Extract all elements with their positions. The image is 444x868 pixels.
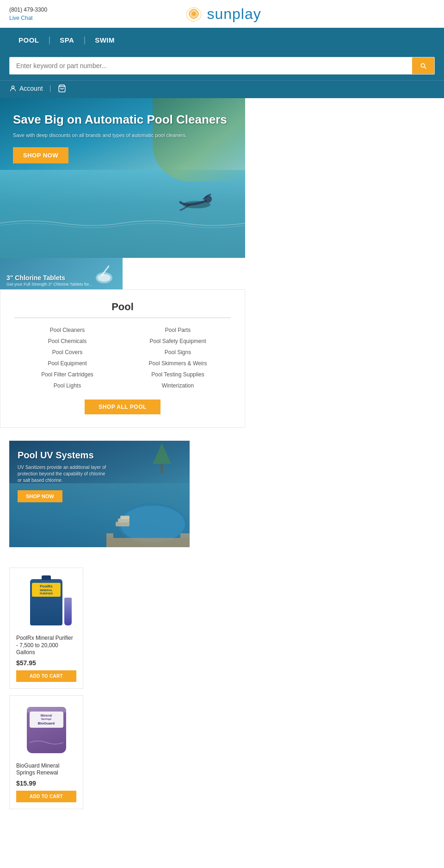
- svg-point-2: [192, 12, 195, 15]
- search-bar: [0, 52, 444, 80]
- search-input-wrap: [9, 57, 435, 75]
- swimmer-icon: [176, 191, 217, 212]
- chlorine-mini-banner[interactable]: 3" Chlorine Tablets Get your Full Streng…: [0, 258, 123, 289]
- search-icon: [419, 62, 427, 69]
- pool-link-skimmers[interactable]: Pool Skimmers & Weirs: [125, 359, 231, 368]
- pool-link-lights[interactable]: Pool Lights: [14, 381, 120, 390]
- live-chat-link[interactable]: Live Chat: [9, 14, 47, 22]
- svg-point-8: [98, 274, 111, 281]
- bottle-cap: [42, 575, 51, 580]
- cart-link[interactable]: [58, 84, 66, 93]
- product-name-bioguard: BioGuard Mineral Springs Renewal: [16, 762, 76, 777]
- bag-waves: [30, 737, 63, 749]
- pool-section-heading: Pool: [14, 301, 231, 313]
- poolrx-test-tube: [64, 598, 72, 625]
- account-nav-divider: |: [49, 84, 51, 93]
- account-link[interactable]: Account: [9, 85, 43, 92]
- add-to-cart-poolrx[interactable]: ADD TO CART: [16, 670, 76, 682]
- pool-svg: [106, 482, 190, 547]
- pool-link-testing[interactable]: Pool Testing Supplies: [125, 370, 231, 379]
- product-card-poolrx: PoolRx MINERAL PURIFIER PoolRx Mineral P…: [9, 568, 83, 689]
- logo[interactable]: sunplay: [184, 4, 261, 24]
- account-bar: Account |: [0, 80, 444, 98]
- poolrx-illustration: PoolRx MINERAL PURIFIER: [30, 579, 62, 625]
- svg-rect-15: [106, 538, 190, 547]
- svg-marker-18: [153, 443, 171, 464]
- pool-category-section: Pool Pool Cleaners Pool Parts Pool Chemi…: [0, 289, 245, 428]
- svg-rect-17: [180, 533, 190, 538]
- uv-landscape: [148, 441, 176, 478]
- chlorine-mini-content: 3" Chlorine Tablets Get your Full Streng…: [6, 274, 92, 287]
- uv-banner: Pool UV Systems UV Sanitizers provide an…: [9, 441, 190, 547]
- pool-link-signs[interactable]: Pool Signs: [125, 348, 231, 357]
- hero-banner: Save Big on Automatic Pool Cleaners Save…: [0, 98, 245, 258]
- search-button[interactable]: [412, 57, 434, 74]
- chlorine-illustration: [90, 262, 118, 287]
- product-card-bioguard: Mineral Springs BioGuard BioGuard Minera…: [9, 695, 83, 809]
- pool-links-grid: Pool Cleaners Pool Parts Pool Chemicals …: [14, 325, 231, 390]
- chlorine-svg: [90, 262, 118, 287]
- nav-swim[interactable]: SWIM: [86, 28, 124, 52]
- pool-link-parts[interactable]: Pool Parts: [125, 325, 231, 335]
- hero-content: Save Big on Automatic Pool Cleaners Save…: [13, 112, 240, 163]
- products-section: PoolRx MINERAL PURIFIER PoolRx Mineral P…: [0, 560, 444, 823]
- top-bar: (801) 479-3300 Live Chat sunplay: [0, 0, 444, 28]
- bag-waves-svg: [30, 737, 63, 749]
- hero-subtitle: Save with deep discounts on all brands a…: [13, 132, 240, 139]
- uv-subtitle: UV Sanitizers provide an additional laye…: [18, 464, 110, 484]
- uv-banner-section: Pool UV Systems UV Sanitizers provide an…: [0, 428, 444, 560]
- contact-info: (801) 479-3300 Live Chat: [9, 6, 47, 22]
- pool-link-covers[interactable]: Pool Covers: [14, 348, 120, 357]
- svg-rect-16: [106, 533, 113, 538]
- pool-link-winterization[interactable]: Winterization: [125, 381, 231, 390]
- nav-pool[interactable]: POOL: [9, 28, 49, 52]
- pool-water-bg: [0, 170, 245, 258]
- section-divider: [14, 318, 231, 318]
- account-label: Account: [19, 85, 43, 92]
- nav-spa[interactable]: SPA: [50, 28, 83, 52]
- product-price-poolrx: $57.95: [16, 659, 76, 667]
- pool-link-safety[interactable]: Pool Safety Equipment: [125, 337, 231, 346]
- uv-content: Pool UV Systems UV Sanitizers provide an…: [18, 450, 110, 502]
- landscape-svg: [148, 441, 176, 478]
- cart-icon: [58, 84, 66, 93]
- svg-rect-19: [160, 464, 163, 473]
- shop-all-pool-wrap: SHOP ALL POOL: [14, 400, 231, 414]
- pool-link-filter-cartridges[interactable]: Pool Filter Cartridges: [14, 370, 120, 379]
- poolrx-label: PoolRx MINERAL PURIFIER: [32, 583, 61, 597]
- chlorine-mini-title: 3" Chlorine Tablets: [6, 274, 92, 281]
- wave-lines: [0, 216, 245, 230]
- add-to-cart-bioguard[interactable]: ADD TO CART: [16, 791, 76, 802]
- hero-shop-now-button[interactable]: SHOP NOW: [13, 147, 68, 163]
- product-price-bioguard: $15.99: [16, 780, 76, 787]
- svg-rect-13: [118, 518, 130, 522]
- product-image-bioguard: Mineral Springs BioGuard: [18, 702, 74, 758]
- chlorine-mini-subtitle: Get your Full Strength 3" Chlorine Table…: [6, 282, 92, 287]
- mini-banner-row: 3" Chlorine Tablets Get your Full Streng…: [0, 258, 444, 289]
- product-name-poolrx: PoolRx Mineral Purifier - 7,500 to 20,00…: [16, 635, 76, 656]
- account-icon: [9, 85, 17, 92]
- pool-link-chemicals[interactable]: Pool Chemicals: [14, 337, 120, 346]
- search-input[interactable]: [10, 57, 412, 74]
- logo-icon: [184, 4, 204, 24]
- bioguard-illustration: Mineral Springs BioGuard: [27, 707, 66, 753]
- pool-link-cleaners[interactable]: Pool Cleaners: [14, 325, 120, 335]
- uv-pool-illustration: [106, 482, 190, 547]
- uv-title: Pool UV Systems: [18, 450, 110, 461]
- poolrx-bottle: PoolRx MINERAL PURIFIER: [30, 579, 62, 625]
- phone-number[interactable]: (801) 479-3300: [9, 6, 47, 13]
- wave-svg: [0, 216, 245, 230]
- logo-text: sunplay: [207, 6, 261, 23]
- hero-section: Save Big on Automatic Pool Cleaners Save…: [0, 98, 444, 289]
- product-image-poolrx: PoolRx MINERAL PURIFIER: [18, 575, 74, 630]
- hero-title: Save Big on Automatic Pool Cleaners: [13, 112, 240, 127]
- svg-rect-14: [120, 516, 130, 519]
- uv-shop-now-button[interactable]: SHOP NOW: [18, 490, 62, 502]
- bioguard-label: Mineral Springs BioGuard: [30, 712, 63, 728]
- svg-rect-12: [116, 522, 130, 526]
- pool-link-equipment[interactable]: Pool Equipment: [14, 359, 120, 368]
- shop-all-pool-button[interactable]: SHOP ALL POOL: [85, 400, 160, 414]
- bioguard-bag: Mineral Springs BioGuard: [27, 707, 66, 753]
- swimmer-area: [176, 191, 217, 212]
- svg-point-11: [120, 506, 185, 543]
